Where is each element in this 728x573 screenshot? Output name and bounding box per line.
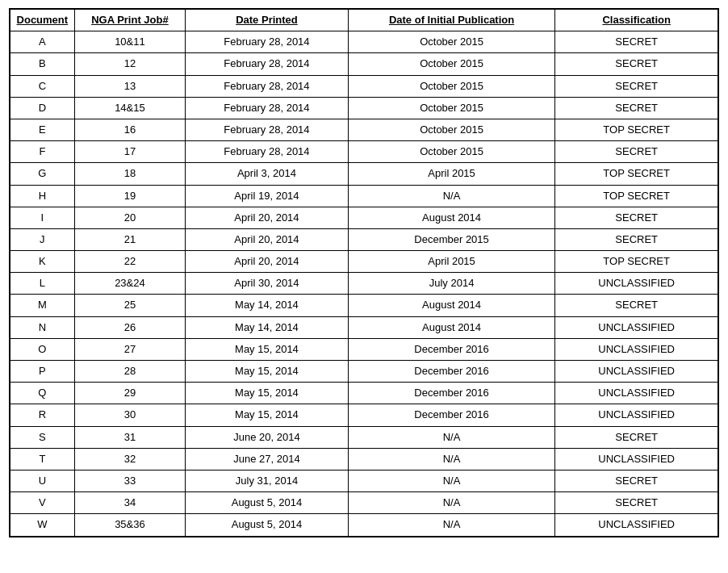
cell-document: C	[10, 75, 75, 97]
table-row: K22April 20, 2014April 2015TOP SECRET	[10, 251, 718, 273]
cell-job: 22	[74, 251, 185, 273]
table-row: G18April 3, 2014April 2015TOP SECRET	[10, 163, 718, 185]
cell-job: 31	[74, 426, 185, 448]
cell-date-printed: May 14, 2014	[186, 295, 349, 316]
table-header-row: Document NGA Print Job# Date Printed Dat…	[10, 10, 718, 31]
table-row: M25May 14, 2014August 2014SECRET	[10, 295, 718, 316]
cell-classification: UNCLASSIFIED	[555, 361, 718, 383]
cell-date-pub: October 2015	[348, 119, 555, 140]
cell-classification: UNCLASSIFIED	[555, 404, 718, 426]
cell-document: A	[10, 31, 75, 53]
table-row: N26May 14, 2014August 2014UNCLASSIFIED	[10, 316, 718, 338]
cell-date-printed: May 14, 2014	[186, 316, 349, 338]
table-row: V34August 5, 2014N/ASECRET	[10, 492, 718, 514]
cell-job: 35&36	[74, 514, 185, 536]
main-table-container: Document NGA Print Job# Date Printed Dat…	[9, 8, 719, 537]
cell-classification: TOP SECRET	[555, 185, 718, 207]
col-header-job: NGA Print Job#	[74, 10, 185, 31]
cell-date-pub: December 2015	[348, 228, 555, 250]
table-row: T32June 27, 2014N/AUNCLASSIFIED	[10, 448, 718, 470]
table-row: S31June 20, 2014N/ASECRET	[10, 426, 718, 448]
table-row: B12February 28, 2014October 2015SECRET	[10, 53, 718, 75]
cell-date-printed: August 5, 2014	[186, 514, 349, 536]
cell-date-printed: April 19, 2014	[186, 185, 349, 207]
cell-document: Q	[10, 383, 75, 404]
table-row: D14&15February 28, 2014October 2015SECRE…	[10, 97, 718, 119]
col-header-document: Document	[10, 10, 75, 31]
cell-classification: SECRET	[555, 31, 718, 53]
cell-job: 26	[74, 316, 185, 338]
cell-date-pub: August 2014	[348, 207, 555, 228]
cell-document: R	[10, 404, 75, 426]
cell-classification: TOP SECRET	[555, 119, 718, 140]
cell-classification: UNCLASSIFIED	[555, 448, 718, 470]
cell-classification: SECRET	[555, 295, 718, 316]
cell-document: G	[10, 163, 75, 185]
cell-date-pub: N/A	[348, 448, 555, 470]
cell-job: 20	[74, 207, 185, 228]
cell-document: N	[10, 316, 75, 338]
cell-document: V	[10, 492, 75, 514]
cell-classification: UNCLASSIFIED	[555, 316, 718, 338]
cell-job: 34	[74, 492, 185, 514]
cell-job: 29	[74, 383, 185, 404]
cell-classification: SECRET	[555, 492, 718, 514]
table-row: L23&24April 30, 2014July 2014UNCLASSIFIE…	[10, 273, 718, 295]
cell-date-printed: May 15, 2014	[186, 361, 349, 383]
cell-date-pub: August 2014	[348, 316, 555, 338]
cell-date-printed: April 20, 2014	[186, 207, 349, 228]
table-row: H19April 19, 2014N/ATOP SECRET	[10, 185, 718, 207]
cell-date-pub: N/A	[348, 426, 555, 448]
table-row: F17February 28, 2014October 2015SECRET	[10, 141, 718, 163]
cell-date-pub: December 2016	[348, 383, 555, 404]
cell-document: U	[10, 470, 75, 491]
cell-job: 16	[74, 119, 185, 140]
table-row: A10&11February 28, 2014October 2015SECRE…	[10, 31, 718, 53]
cell-classification: SECRET	[555, 97, 718, 119]
cell-job: 12	[74, 53, 185, 75]
col-header-classification: Classification	[555, 10, 718, 31]
cell-date-printed: April 30, 2014	[186, 273, 349, 295]
cell-document: O	[10, 338, 75, 360]
cell-classification: UNCLASSIFIED	[555, 383, 718, 404]
cell-document: K	[10, 251, 75, 273]
cell-document: M	[10, 295, 75, 316]
cell-job: 13	[74, 75, 185, 97]
cell-classification: SECRET	[555, 141, 718, 163]
table-row: E16February 28, 2014October 2015TOP SECR…	[10, 119, 718, 140]
cell-date-pub: N/A	[348, 470, 555, 491]
cell-document: I	[10, 207, 75, 228]
table-row: O27May 15, 2014December 2016UNCLASSIFIED	[10, 338, 718, 360]
cell-job: 14&15	[74, 97, 185, 119]
cell-date-pub: N/A	[348, 514, 555, 536]
cell-job: 18	[74, 163, 185, 185]
cell-classification: UNCLASSIFIED	[555, 514, 718, 536]
cell-document: P	[10, 361, 75, 383]
cell-date-printed: August 5, 2014	[186, 492, 349, 514]
col-header-date-printed: Date Printed	[186, 10, 349, 31]
table-row: J21April 20, 2014December 2015SECRET	[10, 228, 718, 250]
cell-classification: TOP SECRET	[555, 163, 718, 185]
cell-classification: SECRET	[555, 228, 718, 250]
cell-classification: SECRET	[555, 75, 718, 97]
cell-date-pub: December 2016	[348, 361, 555, 383]
document-table: Document NGA Print Job# Date Printed Dat…	[10, 9, 718, 537]
cell-date-pub: July 2014	[348, 273, 555, 295]
table-row: P28May 15, 2014December 2016UNCLASSIFIED	[10, 361, 718, 383]
cell-date-pub: N/A	[348, 492, 555, 514]
cell-document: B	[10, 53, 75, 75]
cell-date-printed: February 28, 2014	[186, 53, 349, 75]
cell-date-pub: April 2015	[348, 251, 555, 273]
cell-date-printed: February 28, 2014	[186, 31, 349, 53]
cell-date-printed: February 28, 2014	[186, 119, 349, 140]
cell-date-pub: December 2016	[348, 338, 555, 360]
cell-document: F	[10, 141, 75, 163]
cell-date-printed: May 15, 2014	[186, 338, 349, 360]
cell-job: 21	[74, 228, 185, 250]
cell-date-pub: October 2015	[348, 75, 555, 97]
cell-date-pub: October 2015	[348, 141, 555, 163]
table-row: R30May 15, 2014December 2016UNCLASSIFIED	[10, 404, 718, 426]
cell-classification: UNCLASSIFIED	[555, 338, 718, 360]
cell-date-printed: April 20, 2014	[186, 251, 349, 273]
table-row: U33July 31, 2014N/ASECRET	[10, 470, 718, 491]
